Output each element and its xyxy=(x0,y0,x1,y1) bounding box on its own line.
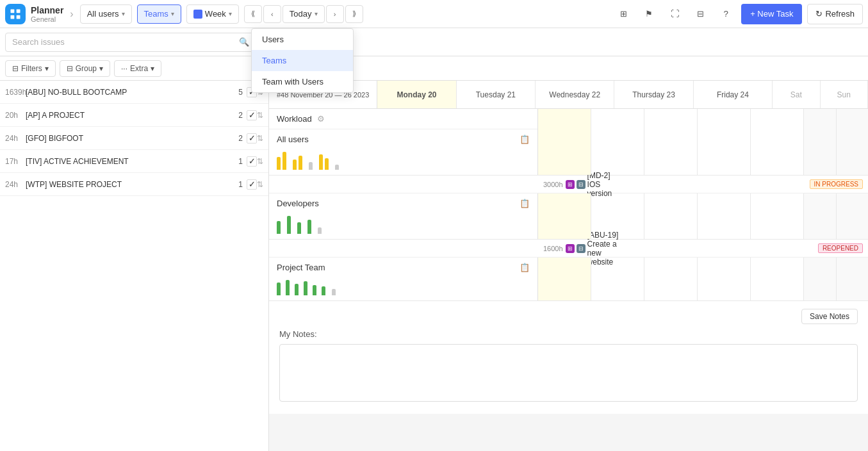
bar xyxy=(293,160,297,170)
calendar-panel: #48 November 20 — 26 2023 Monday 20 Tues… xyxy=(269,81,868,451)
bar xyxy=(277,283,281,295)
project-team-calendar-icon[interactable]: 📋 xyxy=(520,263,530,272)
svg-rect-2 xyxy=(11,15,15,19)
day-col-sun xyxy=(837,193,868,239)
developers-label: Developers xyxy=(277,199,319,208)
all-users-calendar-icon[interactable]: 📋 xyxy=(520,135,530,144)
ios-sub-icon: ⊟ xyxy=(577,180,585,189)
teams-dropdown[interactable]: Teams ▾ xyxy=(137,4,181,24)
search-placeholder: Search issues xyxy=(12,37,65,47)
issue-sort-icon[interactable]: ⇅ xyxy=(257,111,263,120)
issue-row[interactable]: 1639h [ABU] NO-BULL BOOTCAMP 5 ✓ ⇅ xyxy=(0,81,268,104)
workload-header: Workload ⚙ xyxy=(269,109,537,129)
day-col-friday xyxy=(751,193,804,239)
save-notes-button[interactable]: Save Notes xyxy=(801,309,858,324)
dropdown-item-teams[interactable]: Teams xyxy=(252,50,353,71)
issue-row[interactable]: 24h [WTP] WEBSITE PROJECT 1 ✓ ⇅ xyxy=(0,173,268,196)
notes-textarea-row xyxy=(269,344,868,414)
website-hours: 1600h xyxy=(543,245,563,252)
all-users-label: All users xyxy=(277,135,309,144)
issue-count: 5 xyxy=(238,88,243,97)
teams-chevron-icon: ▾ xyxy=(171,10,174,17)
screen-icon-btn[interactable]: ⊞ xyxy=(613,4,634,24)
fullscreen-icon-btn[interactable]: ⛶ xyxy=(664,4,685,24)
today-btn[interactable]: Today ▾ xyxy=(283,5,325,23)
group-button[interactable]: ⊟ Group ▾ xyxy=(60,60,110,77)
notes-save-row: Save Notes xyxy=(269,301,868,324)
main-layout: 1639h [ABU] NO-BULL BOOTCAMP 5 ✓ ⇅ 20h [… xyxy=(0,81,868,451)
new-task-button[interactable]: + New Task xyxy=(741,4,802,24)
bar xyxy=(325,158,329,170)
bar xyxy=(283,152,286,170)
today-chevron-icon: ▾ xyxy=(315,10,318,17)
team-info-developers: Developers 📋 xyxy=(269,193,538,239)
issue-name: [AP] A PROJECT xyxy=(26,111,238,120)
filters-button[interactable]: ⊟ Filters ▾ xyxy=(5,60,56,77)
calendar-header: #48 November 20 — 26 2023 Monday 20 Tues… xyxy=(269,81,868,109)
nav-prev-btn[interactable]: ‹ xyxy=(263,5,281,23)
filter-icon-btn[interactable]: ⊟ xyxy=(690,4,710,24)
day-col-monday xyxy=(538,193,591,239)
search-input-wrapper[interactable]: Search issues 🔍 xyxy=(5,33,256,52)
bar xyxy=(295,284,299,295)
week-dropdown[interactable]: Week ▾ xyxy=(186,4,239,24)
bar xyxy=(335,165,339,170)
day-sunday: Sun xyxy=(821,81,868,108)
day-col-tuesday xyxy=(591,109,644,175)
day-col-wednesday xyxy=(644,258,698,300)
bar xyxy=(313,285,316,295)
app-name: Planner General xyxy=(31,5,63,23)
notes-textarea[interactable] xyxy=(279,344,858,402)
bar xyxy=(307,220,311,234)
app-title: Planner xyxy=(31,5,63,15)
dropdown-item-users[interactable]: Users xyxy=(252,29,353,50)
issue-count: 2 xyxy=(238,111,243,120)
developers-calendar-icon[interactable]: 📋 xyxy=(520,199,530,208)
workload-gear-icon[interactable]: ⚙ xyxy=(317,114,325,124)
notes-label: My Notes: xyxy=(279,329,317,339)
toolbar: ⊟ Filters ▾ ⊟ Group ▾ ··· Extra ▾ xyxy=(0,56,868,81)
week-calendar-icon xyxy=(193,10,202,19)
nav-buttons: ⟪ ‹ Today ▾ › ⟫ xyxy=(244,5,363,23)
day-col-monday xyxy=(538,109,591,175)
extra-button[interactable]: ··· Extra ▾ xyxy=(114,60,161,77)
flag-icon-btn[interactable]: ⚑ xyxy=(639,4,659,24)
issue-sort-icon[interactable]: ⇅ xyxy=(257,157,263,166)
svg-rect-3 xyxy=(17,15,20,19)
bar xyxy=(318,227,322,234)
issue-hours: 20h xyxy=(5,111,26,120)
bar xyxy=(277,221,281,234)
all-users-chevron-icon: ▾ xyxy=(122,10,125,17)
issue-row[interactable]: 24h [GFO] BIGFOOT 2 ✓ ⇅ xyxy=(0,127,268,150)
issue-hours: 1639h xyxy=(5,88,26,97)
issue-band-website: 1600h ⊞ ⊟ [ABU-19] Create a new website … xyxy=(269,240,868,258)
developers-days-area xyxy=(538,193,868,239)
issue-sort-icon[interactable]: ⇅ xyxy=(257,134,263,143)
website-icon: ⊞ xyxy=(566,244,575,253)
nav-next-btn[interactable]: › xyxy=(326,5,344,23)
dropdown-item-team-with-users[interactable]: Team with Users xyxy=(252,71,353,92)
issue-name: [ABU] NO-BULL BOOTCAMP xyxy=(26,88,238,97)
day-headers: Monday 20 Tuesday 21 Wednesday 22 Thursd… xyxy=(377,81,868,108)
day-col-sun xyxy=(837,109,868,175)
nav-last-btn[interactable]: ⟫ xyxy=(345,5,363,23)
day-col-sat xyxy=(804,109,836,175)
issue-sort-icon[interactable]: ⇅ xyxy=(257,180,263,189)
website-sub-icon: ⊟ xyxy=(577,244,585,253)
issue-check-icon[interactable]: ✓ xyxy=(247,179,257,190)
day-col-friday xyxy=(751,109,804,175)
issue-name: [GFO] BIGFOOT xyxy=(26,134,238,143)
search-bar: Search issues 🔍 xyxy=(0,28,868,56)
day-thursday: Thursday 23 xyxy=(614,81,693,108)
all-users-dropdown[interactable]: All users ▾ xyxy=(80,4,132,24)
issue-check-icon[interactable]: ✓ xyxy=(247,110,257,120)
issue-row[interactable]: 17h [TIV] ACTIVE ACHIEVEMENT 1 ✓ ⇅ xyxy=(0,150,268,173)
issue-check-icon[interactable]: ✓ xyxy=(247,133,257,144)
refresh-button[interactable]: ↻ Refresh xyxy=(807,4,863,24)
issue-row[interactable]: 20h [AP] A PROJECT 2 ✓ ⇅ xyxy=(0,104,268,127)
day-col-tuesday xyxy=(591,193,644,239)
nav-first-btn[interactable]: ⟪ xyxy=(244,5,262,23)
all-users-team-header: All users 📋 xyxy=(269,129,537,149)
issue-check-icon[interactable]: ✓ xyxy=(247,156,257,167)
help-icon-btn[interactable]: ? xyxy=(716,4,736,24)
